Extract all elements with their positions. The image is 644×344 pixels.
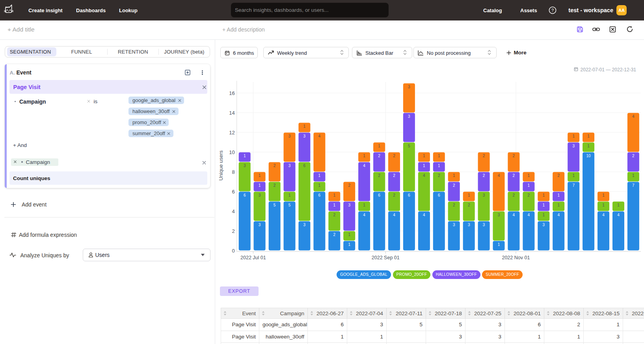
svg-text:2: 2 bbox=[513, 193, 515, 197]
svg-text:4: 4 bbox=[363, 213, 365, 217]
svg-text:4: 4 bbox=[232, 208, 235, 214]
svg-text:3: 3 bbox=[348, 203, 350, 207]
svg-text:16: 16 bbox=[229, 90, 235, 96]
svg-text:3: 3 bbox=[483, 223, 485, 227]
svg-text:12: 12 bbox=[229, 130, 235, 136]
svg-text:2: 2 bbox=[632, 154, 635, 158]
svg-text:2: 2 bbox=[378, 173, 380, 178]
svg-text:1: 1 bbox=[244, 154, 246, 158]
svg-text:2: 2 bbox=[438, 173, 440, 178]
svg-text:4: 4 bbox=[632, 114, 635, 119]
svg-text:1: 1 bbox=[318, 173, 321, 178]
svg-text:2: 2 bbox=[393, 193, 395, 197]
svg-text:3: 3 bbox=[288, 164, 291, 168]
svg-text:1: 1 bbox=[348, 232, 350, 237]
svg-text:1: 1 bbox=[423, 154, 425, 158]
svg-text:8: 8 bbox=[232, 169, 235, 175]
svg-text:1: 1 bbox=[363, 203, 365, 207]
svg-text:1: 1 bbox=[587, 134, 590, 138]
svg-text:2: 2 bbox=[453, 203, 455, 207]
svg-text:5: 5 bbox=[408, 144, 410, 148]
svg-text:1: 1 bbox=[259, 183, 261, 188]
svg-text:5: 5 bbox=[288, 203, 291, 207]
svg-text:1: 1 bbox=[572, 173, 575, 178]
svg-text:1: 1 bbox=[363, 154, 365, 158]
svg-text:4: 4 bbox=[498, 173, 500, 178]
svg-text:4: 4 bbox=[393, 213, 395, 217]
svg-text:2: 2 bbox=[274, 164, 276, 168]
svg-text:4: 4 bbox=[423, 173, 425, 178]
svg-text:1: 1 bbox=[318, 183, 321, 188]
svg-text:1: 1 bbox=[468, 193, 470, 197]
svg-text:6: 6 bbox=[378, 193, 380, 197]
svg-text:4: 4 bbox=[602, 213, 605, 217]
svg-text:2: 2 bbox=[333, 213, 336, 217]
svg-text:2022 Sep 01: 2022 Sep 01 bbox=[372, 255, 400, 260]
svg-text:4: 4 bbox=[318, 134, 321, 138]
svg-text:3: 3 bbox=[453, 223, 455, 227]
svg-text:1: 1 bbox=[438, 154, 440, 158]
svg-text:3: 3 bbox=[408, 85, 410, 89]
svg-text:1: 1 bbox=[557, 203, 560, 207]
svg-text:4: 4 bbox=[423, 213, 425, 217]
svg-text:1: 1 bbox=[528, 183, 530, 188]
svg-text:0: 0 bbox=[232, 248, 235, 254]
svg-text:2: 2 bbox=[348, 183, 350, 188]
svg-text:1: 1 bbox=[602, 193, 605, 197]
svg-text:4: 4 bbox=[363, 164, 365, 168]
svg-text:Unique users: Unique users bbox=[218, 150, 224, 180]
svg-text:1: 1 bbox=[453, 173, 455, 178]
svg-text:2: 2 bbox=[393, 154, 395, 158]
svg-text:2: 2 bbox=[513, 173, 515, 178]
svg-text:2: 2 bbox=[528, 193, 530, 197]
svg-text:3: 3 bbox=[498, 213, 500, 217]
svg-text:6: 6 bbox=[438, 193, 440, 197]
svg-text:2: 2 bbox=[453, 183, 455, 188]
svg-text:3: 3 bbox=[288, 134, 291, 138]
svg-text:1: 1 bbox=[543, 213, 545, 217]
svg-text:2: 2 bbox=[513, 154, 515, 158]
svg-text:3: 3 bbox=[543, 223, 545, 227]
svg-text:2: 2 bbox=[483, 154, 485, 158]
svg-text:3: 3 bbox=[572, 144, 575, 148]
svg-text:2: 2 bbox=[483, 173, 485, 178]
svg-text:2022 Nov 01: 2022 Nov 01 bbox=[502, 255, 530, 260]
svg-text:4: 4 bbox=[528, 213, 530, 217]
svg-text:2: 2 bbox=[393, 173, 395, 178]
svg-text:7: 7 bbox=[632, 183, 635, 188]
svg-text:2022 Jul 01: 2022 Jul 01 bbox=[240, 255, 266, 260]
svg-text:1: 1 bbox=[423, 164, 425, 168]
svg-text:4: 4 bbox=[617, 213, 620, 217]
svg-text:2: 2 bbox=[232, 228, 235, 234]
svg-text:6: 6 bbox=[232, 189, 235, 195]
svg-text:2: 2 bbox=[557, 173, 560, 178]
svg-text:1: 1 bbox=[333, 203, 336, 207]
svg-text:2: 2 bbox=[378, 154, 380, 158]
svg-text:3: 3 bbox=[259, 193, 261, 197]
svg-text:1: 1 bbox=[632, 173, 635, 178]
svg-text:7: 7 bbox=[572, 183, 575, 188]
svg-text:1: 1 bbox=[378, 144, 380, 148]
svg-text:1: 1 bbox=[528, 173, 530, 178]
svg-text:5: 5 bbox=[274, 203, 276, 207]
svg-text:1: 1 bbox=[602, 203, 605, 207]
svg-text:3: 3 bbox=[259, 223, 261, 227]
svg-text:6: 6 bbox=[244, 193, 246, 197]
svg-text:1: 1 bbox=[259, 173, 261, 178]
svg-text:14: 14 bbox=[229, 110, 235, 116]
svg-text:2: 2 bbox=[468, 203, 470, 207]
svg-text:2: 2 bbox=[274, 183, 276, 188]
svg-text:3: 3 bbox=[303, 134, 306, 138]
svg-text:1: 1 bbox=[543, 193, 545, 197]
svg-text:?: ? bbox=[551, 8, 554, 13]
svg-text:1: 1 bbox=[348, 242, 350, 247]
svg-text:6: 6 bbox=[318, 193, 321, 197]
svg-text:1: 1 bbox=[543, 203, 545, 207]
svg-text:3: 3 bbox=[483, 193, 485, 197]
svg-text:1: 1 bbox=[498, 242, 500, 247]
svg-text:1: 1 bbox=[438, 164, 440, 168]
svg-text:4: 4 bbox=[557, 213, 560, 217]
svg-text:1: 1 bbox=[587, 144, 590, 148]
svg-text:1: 1 bbox=[557, 193, 560, 197]
svg-text:3: 3 bbox=[468, 223, 470, 227]
